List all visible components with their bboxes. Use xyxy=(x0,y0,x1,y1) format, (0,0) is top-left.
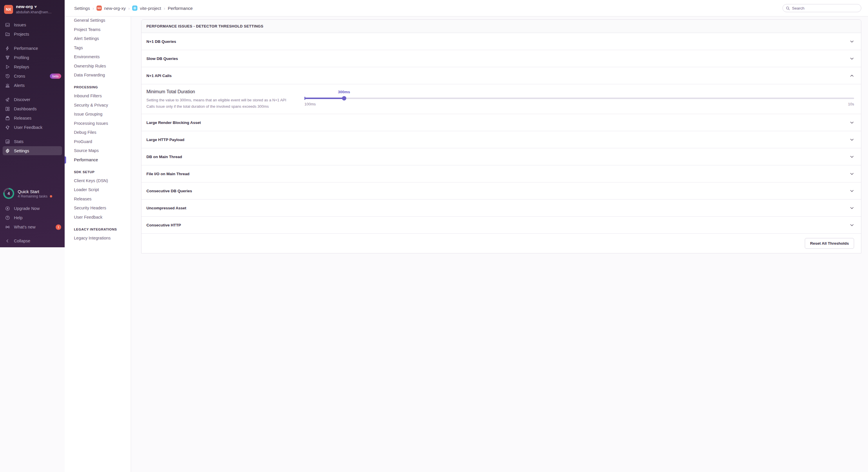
breadcrumb-project[interactable]: vite-project xyxy=(132,5,161,11)
issues-icon xyxy=(5,22,10,28)
play-icon xyxy=(5,64,10,70)
react-project-icon xyxy=(132,5,137,11)
detector-row-db-on-main-thread[interactable]: DB on Main Thread xyxy=(142,148,455,165)
subnav-item-project-teams[interactable]: Project Teams xyxy=(74,27,131,32)
panel-header: PERFORMANCE ISSUES - DETECTOR THRESHOLD … xyxy=(142,20,455,33)
sidebar-nav: Issues Projects Performance Profiling Re… xyxy=(0,18,65,155)
sidebar-item-performance[interactable]: Performance xyxy=(0,44,65,53)
broadcast-icon xyxy=(5,225,10,230)
quick-start-count: 4 xyxy=(5,190,13,198)
threshold-description: Setting the value to 300ms, means that a… xyxy=(146,97,293,110)
user-feedback-icon xyxy=(5,125,10,130)
breadcrumb: Settings › NX new-org-xy › vite-project … xyxy=(74,5,193,11)
sidebar-item-issues[interactable]: Issues xyxy=(0,20,65,30)
subnav-item-issue-grouping[interactable]: Issue Grouping xyxy=(74,111,131,117)
subnav-item-environments[interactable]: Environments xyxy=(74,54,131,60)
slider-value-label: 300ms xyxy=(338,90,350,94)
subnav-item-releases[interactable]: Releases xyxy=(74,196,131,202)
subnav-item-loader-script[interactable]: Loader Script xyxy=(74,187,131,193)
profiling-icon xyxy=(5,55,10,61)
sidebar-item-settings[interactable]: Settings xyxy=(3,146,62,155)
subnav-section-processing: PROCESSING xyxy=(74,86,131,89)
sidebar-item-quick-start[interactable]: 4 Quick Start 4 Remaining tasks xyxy=(0,186,65,201)
detector-row-large-render-blocking-asset[interactable]: Large Render Blocking Asset xyxy=(142,114,455,131)
subnav-item-general-settings[interactable]: General Settings xyxy=(74,18,131,23)
breadcrumb-performance: Performance xyxy=(168,6,193,11)
main-content: PERFORMANCE ISSUES - DETECTOR THRESHOLD … xyxy=(131,16,455,247)
subnav-item-alert-settings[interactable]: Alert Settings xyxy=(74,36,131,41)
sidebar-item-upgrade-now[interactable]: Upgrade Now xyxy=(0,204,65,213)
subnav-section-sdk-setup: SDK SETUP xyxy=(74,170,131,174)
subnav-item-ownership-rules[interactable]: Ownership Rules xyxy=(74,63,131,69)
subnav-item-security-privacy[interactable]: Security & Privacy xyxy=(74,102,131,108)
sidebar-item-replays[interactable]: Replays xyxy=(0,62,65,71)
sidebar-item-alerts[interactable]: Alerts xyxy=(0,81,65,90)
quick-start-subtext: 4 Remaining tasks xyxy=(18,194,48,198)
sidebar-item-help[interactable]: What's new Help xyxy=(0,213,65,223)
subnav-item-legacy-integrations[interactable]: Legacy Integrations xyxy=(74,235,131,241)
subnav-item-inbound-filters[interactable]: Inbound Filters xyxy=(74,93,131,99)
detector-threshold-panel: PERFORMANCE ISSUES - DETECTOR THRESHOLD … xyxy=(141,20,455,247)
projects-icon xyxy=(5,32,10,37)
chevron-right-icon: › xyxy=(164,6,165,11)
sidebar-item-user-feedback[interactable]: User Feedback xyxy=(0,123,65,132)
slider-start-cap xyxy=(304,97,305,100)
sidebar-item-crons[interactable]: Crons beta xyxy=(0,71,65,81)
archive-icon xyxy=(5,115,10,121)
subnav-item-user-feedback[interactable]: User Feedback xyxy=(74,214,131,220)
chevron-right-icon: › xyxy=(128,6,130,11)
subnav-item-proguard[interactable]: ProGuard xyxy=(74,139,131,144)
telescope-icon xyxy=(5,97,10,102)
lightning-icon xyxy=(5,46,10,51)
subnav-item-debug-files[interactable]: Debug Files xyxy=(74,130,131,135)
whats-new-badge: 1 xyxy=(56,225,61,230)
detector-row-consecutive-http[interactable]: Consecutive HTTP xyxy=(142,216,455,234)
dashboards-icon xyxy=(5,106,10,112)
sidebar-item-projects[interactable]: Projects xyxy=(0,30,65,39)
help-icon xyxy=(5,215,10,221)
detector-row-uncompressed-asset[interactable]: Uncompressed Asset xyxy=(142,200,455,216)
sidebar-item-dashboards[interactable]: Dashboards xyxy=(0,104,65,113)
upgrade-icon xyxy=(5,206,10,211)
slider-min-label: 100ms xyxy=(304,102,316,106)
subnav-item-security-headers[interactable]: Security Headers xyxy=(74,205,131,211)
pending-dot-icon xyxy=(50,195,52,198)
detector-row-n1-api-calls[interactable]: N+1 API Calls xyxy=(142,67,455,84)
subnav-item-client-keys[interactable]: Client Keys (DSN) xyxy=(74,178,131,183)
subnav-section-legacy-integrations: LEGACY INTEGRATIONS xyxy=(74,228,131,231)
subnav-item-tags[interactable]: Tags xyxy=(74,45,131,51)
subnav-item-performance[interactable]: Performance xyxy=(74,157,131,163)
org-switcher[interactable]: NX new-org ∨ abdullah.khan@sen… xyxy=(0,0,65,18)
breadcrumb-settings[interactable]: Settings xyxy=(74,6,90,11)
sidebar-item-stats[interactable]: Stats xyxy=(0,137,65,146)
sidebar-item-discover[interactable]: Discover xyxy=(0,95,65,104)
chevron-down-icon: ∨ xyxy=(34,4,37,9)
n1-api-calls-settings: Minimum Total Duration Setting the value… xyxy=(142,84,455,114)
detector-row-file-io-on-main-thread[interactable]: File I/O on Main Thread xyxy=(142,165,455,182)
sidebar-collapse-button[interactable]: Collapse xyxy=(0,236,65,245)
org-user-email: abdullah.khan@sen… xyxy=(16,10,52,14)
detector-row-consecutive-db-queries[interactable]: Consecutive DB Queries xyxy=(142,182,455,200)
slider-fill xyxy=(304,98,344,99)
sidebar-item-releases[interactable]: Releases xyxy=(0,113,65,123)
chevron-left-icon xyxy=(5,238,10,244)
sidebar-item-whats-new[interactable]: What's new 1 xyxy=(0,223,65,232)
top-bar: Settings › NX new-org-xy › vite-project … xyxy=(65,0,455,16)
detector-row-n1-db-queries[interactable]: N+1 DB Queries xyxy=(142,33,455,50)
bar-chart-icon xyxy=(5,139,10,144)
subnav-item-source-maps[interactable]: Source Maps xyxy=(74,148,131,154)
detector-row-slow-db-queries[interactable]: Slow DB Queries xyxy=(142,50,455,67)
app-sidebar: NX new-org ∨ abdullah.khan@sen… Issues P… xyxy=(0,0,65,247)
duration-slider: 300ms 100ms 10s xyxy=(304,96,455,107)
beta-badge: beta xyxy=(50,73,61,79)
org-name: new-org xyxy=(16,4,33,9)
chevron-right-icon: › xyxy=(92,6,94,11)
subnav-item-data-forwarding[interactable]: Data Forwarding xyxy=(74,72,131,78)
panel-footer: Reset All Thresholds xyxy=(142,234,455,247)
subnav-item-processing-issues[interactable]: Processing Issues xyxy=(74,121,131,126)
detector-row-large-http-payload[interactable]: Large HTTP Payload xyxy=(142,131,455,148)
clock-rewind-icon xyxy=(5,73,10,79)
sidebar-item-profiling[interactable]: Profiling xyxy=(0,53,65,62)
breadcrumb-organization[interactable]: NX new-org-xy xyxy=(97,5,126,11)
slider-handle[interactable] xyxy=(342,96,346,100)
